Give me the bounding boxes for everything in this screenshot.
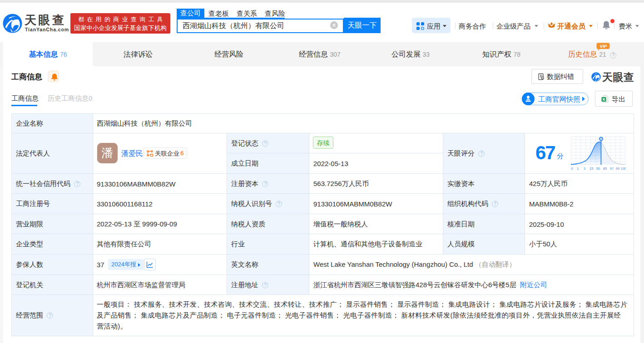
svg-text:0: 0	[571, 167, 573, 171]
svg-text:1: 1	[577, 167, 579, 171]
svg-text:VIP: VIP	[600, 44, 607, 49]
svg-text:50: 50	[596, 167, 600, 171]
svg-text:15: 15	[590, 167, 593, 171]
svg-text:3: 3	[584, 167, 585, 171]
svg-text:85: 85	[603, 167, 607, 171]
svg-text:99: 99	[616, 167, 619, 171]
svg-text:100: 100	[621, 167, 626, 171]
svg-text:97: 97	[610, 167, 614, 171]
